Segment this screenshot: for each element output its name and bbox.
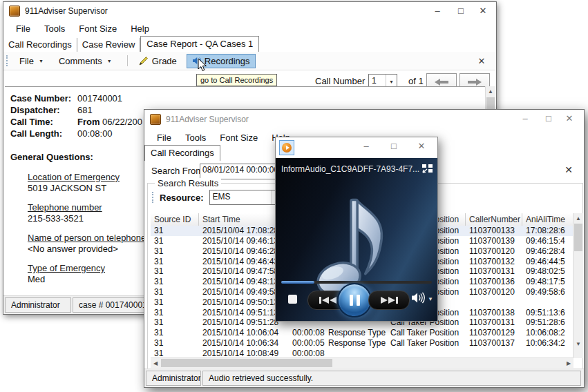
field-value: 06/22/200 xyxy=(100,117,142,127)
minimize-icon[interactable]: – xyxy=(356,137,377,155)
minimize-icon[interactable]: – xyxy=(515,110,535,127)
player-body: InformAudio_C1C9ADFF-7A93-4F7... xyxy=(276,158,437,321)
maximize-icon[interactable]: □ xyxy=(383,137,404,155)
field-value-bold: From xyxy=(77,117,100,127)
back-menubar: FileToolsFont SizeHelp xyxy=(3,20,496,37)
table-vertical-scrollbar[interactable]: ▲ ▼ xyxy=(573,213,583,358)
pause-icon xyxy=(350,295,353,306)
tab-call-recordings[interactable]: Call Recordings xyxy=(144,145,220,161)
back-window-title: 911Adviser Supervisor xyxy=(25,6,108,16)
scroll-left-icon[interactable]: ◀ xyxy=(151,358,160,368)
table-cell: 2015/10/14 10:06:04 xyxy=(199,328,289,337)
scroll-thumb[interactable] xyxy=(161,359,332,367)
resource-dropdown[interactable]: EMS ▼ xyxy=(209,190,283,205)
close-icon[interactable]: ✕ xyxy=(411,137,432,155)
scroll-up-icon[interactable]: ▲ xyxy=(573,213,583,223)
back-menu-font-size[interactable]: Font Size xyxy=(72,21,124,36)
table-row[interactable]: 312015/10/14 10:08:4900:00:08 xyxy=(151,348,573,358)
table-cell: 1103700133 xyxy=(466,226,522,235)
table-cell: 10:06:08:2 xyxy=(522,328,573,337)
grade-button[interactable]: Grade xyxy=(133,54,182,68)
toolbar-separator xyxy=(127,55,128,66)
table-cell: 09:51:13:6 xyxy=(522,308,573,317)
front-statusbar: Administrator Audio retrieved successful… xyxy=(144,369,584,387)
front-menu-font-size[interactable]: Font Size xyxy=(213,130,265,145)
back-tabstrip: Call RecordingsCase ReviewCase Report - … xyxy=(3,37,496,52)
table-row[interactable]: 312015/10/14 10:06:0400:00:08Response Ty… xyxy=(151,328,573,338)
pause-button[interactable] xyxy=(337,283,372,317)
close-icon[interactable]: ✕ xyxy=(473,2,493,19)
table-cell: 09:51:28:6 xyxy=(522,317,573,327)
table-cell: 31 xyxy=(151,349,199,358)
player-titlebar: – □ ✕ xyxy=(276,137,437,158)
back-menu-file[interactable]: File xyxy=(9,21,37,36)
recordings-button[interactable]: Recordings xyxy=(187,54,256,68)
table-cell: 09:46:28:4 xyxy=(522,246,573,256)
front-menu-tools[interactable]: Tools xyxy=(178,130,213,145)
app-icon xyxy=(150,114,161,125)
next-track-button[interactable] xyxy=(368,291,410,310)
back-titlebar: 911Adviser Supervisor – □ ✕ xyxy=(3,2,496,20)
table-cell: 31 xyxy=(151,317,199,327)
desktop: 911Adviser Supervisor – □ ✕ FileToolsFon… xyxy=(0,0,588,392)
recordings-label: Recordings xyxy=(205,56,250,66)
field-value: 00:08:00 xyxy=(77,128,113,139)
grade-label: Grade xyxy=(152,56,177,66)
status-user: Administrator xyxy=(146,371,201,386)
table-row[interactable]: 312015/10/14 10:06:3400:00:05Response Ty… xyxy=(151,337,573,348)
table-cell: 31 xyxy=(151,266,199,276)
table-cell: 09:48:02:5 xyxy=(522,266,573,276)
table-cell: 1103700120 xyxy=(466,246,522,256)
minimize-icon[interactable]: – xyxy=(427,2,448,19)
panel-close-icon[interactable]: ✕ xyxy=(565,164,573,175)
back-menu-tools[interactable]: Tools xyxy=(37,21,72,36)
comments-dropdown-button[interactable]: Comments ▼ xyxy=(53,54,117,68)
close-icon[interactable]: ✕ xyxy=(559,110,580,127)
table-cell: 31 xyxy=(151,277,199,286)
volume-button[interactable] xyxy=(411,292,425,306)
table-cell: 09:46:44:5 xyxy=(522,257,573,266)
chevron-down-icon: ▼ xyxy=(107,59,112,63)
maximize-icon[interactable]: □ xyxy=(451,2,471,19)
stop-icon[interactable] xyxy=(288,295,297,304)
column-header-anialitime[interactable]: AniAliTime xyxy=(522,213,573,226)
file-dropdown-button[interactable]: File ▼ xyxy=(14,54,49,68)
table-cell: 1103700131 xyxy=(466,317,522,327)
field-label: Dispatcher: xyxy=(10,104,77,116)
next-icon xyxy=(379,296,399,304)
maximize-icon[interactable]: □ xyxy=(538,110,559,127)
case-field: Case Number:001740001 xyxy=(10,92,485,104)
table-cell: Call Taker Position xyxy=(387,338,466,348)
switch-to-library-icon[interactable] xyxy=(421,164,433,174)
table-cell: 1103700138 xyxy=(466,308,522,317)
scroll-right-icon[interactable]: ▶ xyxy=(564,358,573,368)
front-menu-file[interactable]: File xyxy=(150,130,178,145)
tab-call-recordings[interactable]: Call Recordings xyxy=(3,38,77,52)
field-label: Case Number: xyxy=(10,92,77,104)
scroll-down-icon[interactable]: ▼ xyxy=(573,339,583,349)
table-cell: 1103700132 xyxy=(466,257,522,266)
table-cell: 1103700137 xyxy=(466,338,522,348)
tab-case-review[interactable]: Case Review xyxy=(77,38,141,52)
volume-chevron-down-icon[interactable]: ▼ xyxy=(428,296,433,302)
player-controls: ▼ xyxy=(276,282,437,318)
table-cell: 2015/10/14 10:08:49 xyxy=(199,349,289,358)
table-cell: 31 xyxy=(151,297,199,307)
toolbar-grip[interactable] xyxy=(6,55,10,66)
column-header-callernumber[interactable]: CallerNumber xyxy=(466,213,522,226)
scroll-up-icon[interactable]: ▲ xyxy=(486,86,495,97)
tooltip: go to Call Recordings xyxy=(196,74,277,86)
table-cell: 31 xyxy=(151,338,199,348)
app-icon xyxy=(9,6,20,17)
table-horizontal-scrollbar[interactable]: ◀ ▶ xyxy=(151,357,573,368)
back-menu-help[interactable]: Help xyxy=(124,21,156,36)
toolbar-close-icon[interactable]: ✕ xyxy=(471,52,492,70)
tab-case-report-qa-cases-1[interactable]: Case Report - QA Cases 1 xyxy=(140,36,259,52)
toolbar-grip[interactable] xyxy=(152,192,156,203)
column-header-source-id[interactable]: Source ID xyxy=(151,213,199,226)
scroll-thumb[interactable] xyxy=(574,224,582,251)
table-cell: 00:00:08 xyxy=(289,349,325,358)
status-user: Administrator xyxy=(5,297,71,313)
table-cell: 00:00:08 xyxy=(289,328,325,337)
pencil-icon xyxy=(139,56,149,66)
